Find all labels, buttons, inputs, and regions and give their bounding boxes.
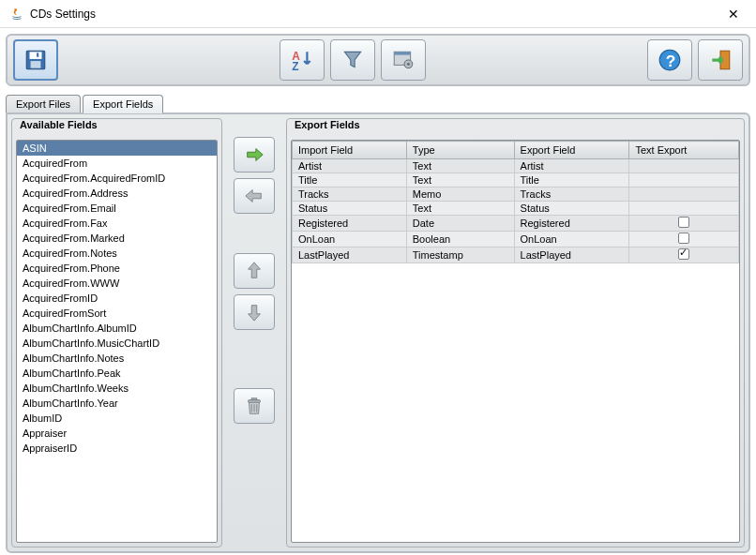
available-fields-group: Available Fields ASINAcquiredFromAcquire…	[11, 118, 222, 548]
table-row[interactable]: OnLoanBooleanOnLoan	[293, 232, 739, 248]
table-row[interactable]: TitleTextTitle	[293, 173, 739, 188]
table-cell[interactable]: Registered	[514, 216, 629, 232]
list-item[interactable]: AlbumChartInfo.Peak	[17, 366, 217, 381]
available-fields-list[interactable]: ASINAcquiredFromAcquiredFrom.AcquiredFro…	[16, 140, 218, 543]
table-cell[interactable]: Artist	[514, 159, 629, 173]
table-cell[interactable]: Boolean	[406, 232, 514, 248]
table-cell[interactable]: Text	[406, 159, 514, 173]
save-icon	[23, 48, 48, 72]
list-item[interactable]: AcquiredFrom.Address	[17, 186, 217, 201]
list-item[interactable]: AcquiredFromID	[17, 291, 217, 306]
export-fields-table[interactable]: Import FieldTypeExport FieldText Export …	[292, 141, 739, 263]
arrow-up-icon	[244, 261, 265, 281]
column-header[interactable]: Import Field	[293, 142, 407, 159]
table-cell[interactable]: OnLoan	[293, 232, 407, 248]
svg-text:Z: Z	[292, 60, 298, 72]
table-cell[interactable]: Date	[406, 216, 514, 232]
column-header[interactable]: Type	[406, 142, 514, 159]
svg-rect-2	[31, 61, 41, 68]
move-down-button[interactable]	[234, 294, 275, 330]
list-item[interactable]: AcquiredFrom.Notes	[17, 246, 217, 261]
table-cell[interactable]: LastPlayed	[293, 248, 407, 263]
table-cell[interactable]: Title	[293, 173, 407, 188]
list-item[interactable]: AcquiredFrom.Marked	[17, 231, 217, 246]
add-button[interactable]	[234, 137, 275, 172]
text-export-cell[interactable]	[629, 202, 739, 216]
table-cell[interactable]: Status	[514, 202, 629, 216]
list-item[interactable]: AppraiserID	[17, 441, 217, 456]
sort-button[interactable]: A Z	[280, 39, 325, 81]
exit-icon	[708, 48, 733, 72]
svg-rect-7	[394, 52, 410, 54]
table-cell[interactable]: OnLoan	[514, 232, 629, 248]
text-export-cell[interactable]	[629, 173, 739, 188]
text-export-cell[interactable]	[629, 248, 739, 263]
table-cell[interactable]: Artist	[293, 159, 407, 173]
table-row[interactable]: ArtistTextArtist	[293, 159, 739, 173]
tab-strip: Export FilesExport Fields	[6, 92, 750, 112]
svg-rect-1	[30, 52, 42, 59]
table-cell[interactable]: Memo	[406, 188, 514, 202]
table-cell[interactable]: Text	[406, 202, 514, 216]
table-cell[interactable]: Title	[514, 173, 629, 188]
export-fields-title: Export Fields	[293, 119, 362, 130]
remove-button[interactable]	[234, 178, 275, 214]
transfer-buttons	[226, 118, 282, 548]
table-cell[interactable]: Registered	[293, 216, 407, 232]
list-item[interactable]: AlbumID	[17, 411, 217, 426]
main-toolbar: A Z ?	[6, 34, 750, 86]
text-export-cell[interactable]	[629, 188, 739, 202]
text-export-cell[interactable]	[629, 232, 739, 248]
svg-text:?: ?	[666, 52, 676, 70]
move-up-button[interactable]	[234, 253, 275, 289]
column-header[interactable]: Export Field	[514, 142, 629, 159]
table-cell[interactable]: Tracks	[514, 188, 629, 202]
funnel-icon	[340, 48, 365, 72]
checkbox[interactable]	[678, 217, 689, 228]
list-item[interactable]: AlbumChartInfo.MusicChartID	[17, 336, 217, 351]
list-item[interactable]: AcquiredFrom.Phone	[17, 261, 217, 276]
list-item[interactable]: AcquiredFrom.AcquiredFromID	[17, 171, 217, 186]
text-export-cell[interactable]	[629, 216, 739, 232]
window-titlebar: CDs Settings ✕	[0, 0, 756, 28]
svg-point-9	[407, 63, 410, 66]
table-cell[interactable]: Tracks	[293, 188, 407, 202]
list-item[interactable]: Appraiser	[17, 426, 217, 441]
export-fields-group: Export Fields Import FieldTypeExport Fie…	[286, 118, 745, 548]
table-cell[interactable]: Text	[406, 173, 514, 188]
list-item[interactable]: AcquiredFrom	[17, 156, 217, 171]
table-row[interactable]: RegisteredDateRegistered	[293, 216, 739, 232]
tab-export-files[interactable]: Export Files	[6, 95, 81, 112]
list-item[interactable]: AcquiredFrom.Email	[17, 201, 217, 216]
table-row[interactable]: StatusTextStatus	[293, 202, 739, 216]
export-fields-panel: Available Fields ASINAcquiredFromAcquire…	[6, 112, 750, 553]
save-button[interactable]	[13, 39, 58, 81]
list-item[interactable]: AlbumChartInfo.Year	[17, 396, 217, 411]
list-item[interactable]: ASIN	[17, 141, 217, 156]
checkbox[interactable]	[678, 232, 689, 244]
tab-export-fields[interactable]: Export Fields	[83, 95, 163, 113]
checkbox[interactable]	[678, 248, 689, 260]
settings-button[interactable]	[381, 39, 426, 81]
table-row[interactable]: LastPlayedTimestampLastPlayed	[293, 248, 739, 263]
table-row[interactable]: TracksMemoTracks	[293, 188, 739, 202]
table-cell[interactable]: Status	[293, 202, 407, 216]
list-item[interactable]: AlbumChartInfo.AlbumID	[17, 321, 217, 336]
list-item[interactable]: AcquiredFrom.Fax	[17, 216, 217, 231]
help-icon: ?	[658, 48, 682, 72]
trash-icon	[244, 396, 265, 416]
text-export-cell[interactable]	[629, 159, 739, 173]
column-header[interactable]: Text Export	[629, 142, 739, 159]
exit-button[interactable]	[698, 39, 743, 81]
list-item[interactable]: AcquiredFromSort	[17, 306, 217, 321]
help-button[interactable]: ?	[647, 39, 692, 81]
table-cell[interactable]: LastPlayed	[514, 248, 629, 263]
list-item[interactable]: AcquiredFrom.WWW	[17, 276, 217, 291]
list-item[interactable]: AlbumChartInfo.Weeks	[17, 381, 217, 396]
delete-button[interactable]	[234, 388, 275, 424]
export-fields-table-wrap: Import FieldTypeExport FieldText Export …	[291, 140, 740, 543]
table-cell[interactable]: Timestamp	[406, 248, 514, 263]
list-item[interactable]: AlbumChartInfo.Notes	[17, 351, 217, 366]
filter-button[interactable]	[330, 39, 375, 81]
close-button[interactable]: ✕	[720, 5, 747, 23]
